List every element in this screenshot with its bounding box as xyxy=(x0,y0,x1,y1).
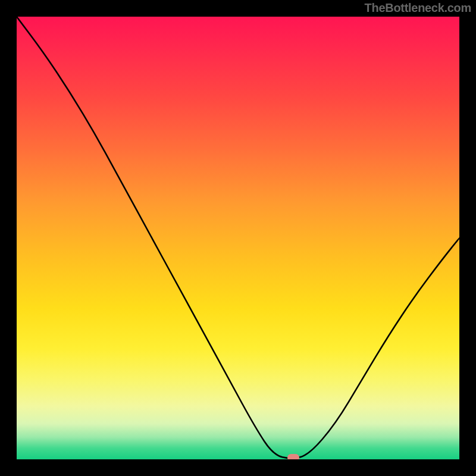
optimum-marker xyxy=(287,454,299,459)
plot-area xyxy=(17,17,459,459)
curve-path xyxy=(17,17,459,458)
bottleneck-curve xyxy=(17,17,459,459)
watermark: TheBottleneck.com xyxy=(365,1,471,15)
chart-container: TheBottleneck.com xyxy=(0,0,476,476)
